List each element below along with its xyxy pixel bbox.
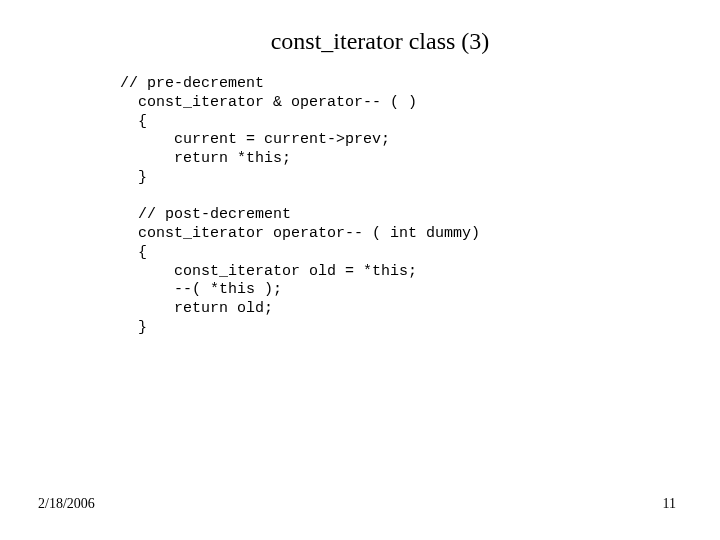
- code-block: // pre-decrement const_iterator & operat…: [0, 63, 720, 338]
- footer-date: 2/18/2006: [38, 496, 95, 512]
- slide: const_iterator class (3) // pre-decremen…: [0, 0, 720, 540]
- page-title: const_iterator class (3): [0, 0, 720, 63]
- footer-page: 11: [663, 496, 676, 512]
